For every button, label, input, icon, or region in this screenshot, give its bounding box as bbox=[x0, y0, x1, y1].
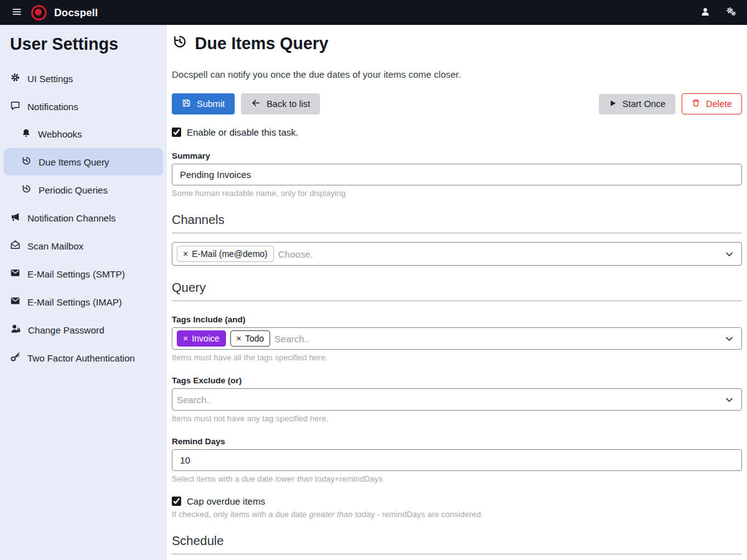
remove-chip-icon[interactable]: × bbox=[237, 334, 242, 343]
sidebar-item-label: E-Mail Settings (SMTP) bbox=[27, 269, 125, 279]
remind-days-help: Select items with a due date lower than … bbox=[172, 474, 742, 483]
comment-icon bbox=[10, 100, 21, 113]
delete-button-label: Delete bbox=[706, 99, 732, 109]
history-icon bbox=[21, 184, 32, 196]
page-title-text: Due Items Query bbox=[195, 34, 329, 54]
start-once-label: Start Once bbox=[622, 99, 665, 109]
channels-heading: Channels bbox=[172, 213, 742, 233]
remove-chip-icon[interactable]: × bbox=[183, 250, 188, 258]
sidebar-item-label: Scan Mailbox bbox=[27, 241, 83, 251]
sidebar-title: User Settings bbox=[0, 30, 167, 64]
tags-exclude-select[interactable]: Search.. bbox=[172, 388, 742, 411]
hamburger-menu-button[interactable] bbox=[10, 6, 24, 20]
summary-help: Some human readable name, only for displ… bbox=[172, 189, 742, 198]
bell-icon bbox=[21, 128, 31, 140]
cap-overdue-label: Cap overdue items bbox=[187, 496, 265, 506]
start-once-button[interactable]: Start Once bbox=[599, 94, 675, 114]
sidebar-item-change-password[interactable]: Change Password bbox=[4, 316, 163, 343]
chevron-down-icon bbox=[725, 395, 734, 404]
hamburger-icon bbox=[11, 7, 22, 19]
tags-include-select[interactable]: × Invoice × Todo Search.. bbox=[172, 327, 742, 350]
remind-days-label: Remind Days bbox=[172, 437, 742, 446]
enable-task-row: Enable or disable this task. bbox=[172, 127, 742, 138]
user-menu-button[interactable] bbox=[700, 7, 710, 19]
tags-include-label: Tags Include (and) bbox=[172, 315, 742, 324]
sidebar-item-label: Two Factor Authentication bbox=[27, 353, 135, 363]
sidebar-item-scan-mailbox[interactable]: Scan Mailbox bbox=[4, 232, 163, 259]
sidebar-item-notifications[interactable]: Notifications bbox=[4, 93, 163, 120]
help-text: today - remindDays are considered. bbox=[353, 510, 484, 519]
trash-icon bbox=[692, 98, 700, 110]
sidebar-item-webhooks[interactable]: Webhooks bbox=[4, 121, 163, 147]
cap-overdue-row: Cap overdue items bbox=[172, 496, 742, 506]
delete-button[interactable]: Delete bbox=[682, 93, 742, 114]
summary-input[interactable] bbox=[172, 164, 742, 185]
help-text: today+remindDays bbox=[312, 474, 382, 483]
save-icon bbox=[182, 98, 191, 110]
sidebar-item-label: Change Password bbox=[28, 325, 105, 335]
tags-include-placeholder: Search.. bbox=[275, 334, 309, 344]
action-bar: Submit Back to list Start Once Delete bbox=[172, 93, 742, 114]
tag-chip-invoice: × Invoice bbox=[177, 330, 226, 347]
tags-include-help: Items must have all the tags specified h… bbox=[172, 353, 742, 362]
sidebar-item-notification-channels[interactable]: Notification Channels bbox=[4, 204, 163, 231]
chevron-down-icon bbox=[725, 334, 734, 343]
gear-icon bbox=[10, 72, 21, 85]
app-name[interactable]: Docspell bbox=[54, 7, 98, 19]
cogs-icon bbox=[725, 6, 737, 19]
sidebar-item-label: Periodic Queries bbox=[39, 185, 108, 195]
help-text: If checked, only items with a due date bbox=[172, 510, 309, 519]
envelope-open-icon bbox=[10, 240, 21, 252]
sidebar-item-periodic-queries[interactable]: Periodic Queries bbox=[4, 176, 163, 203]
sidebar-item-due-items-query[interactable]: Due Items Query bbox=[4, 148, 163, 175]
settings-menu-button[interactable] bbox=[725, 6, 737, 19]
sidebar-item-two-factor[interactable]: Two Factor Authentication bbox=[4, 344, 163, 371]
tags-exclude-placeholder: Search.. bbox=[177, 394, 212, 405]
docspell-logo-icon[interactable] bbox=[31, 5, 47, 21]
envelope-icon bbox=[10, 296, 21, 308]
history-icon bbox=[172, 34, 188, 54]
sidebar-item-label: Webhooks bbox=[38, 129, 82, 139]
sidebar-item-ui-settings[interactable]: UI Settings bbox=[4, 65, 163, 92]
cap-overdue-checkbox[interactable] bbox=[172, 497, 181, 506]
remind-days-input[interactable] bbox=[172, 449, 742, 471]
arrow-left-icon bbox=[251, 98, 261, 110]
schedule-heading: Schedule bbox=[172, 534, 742, 554]
user-lock-icon bbox=[10, 324, 21, 336]
submit-button-label: Submit bbox=[197, 99, 225, 109]
back-to-list-label: Back to list bbox=[266, 99, 310, 109]
key-icon bbox=[10, 352, 21, 364]
due-items-query-page: Due Items Query Docspell can notify you … bbox=[167, 25, 747, 560]
tag-chip-label: Todo bbox=[245, 334, 264, 343]
query-heading: Query bbox=[172, 281, 742, 301]
page-intro: Docspell can notify you once the due dat… bbox=[172, 69, 742, 80]
back-to-list-button[interactable]: Back to list bbox=[241, 93, 320, 114]
sidebar-item-label: Notification Channels bbox=[27, 213, 116, 223]
channels-select[interactable]: × E-Mail (me@demo) Choose. bbox=[172, 242, 742, 266]
enable-task-label: Enable or disable this task. bbox=[187, 127, 298, 138]
topbar: Docspell bbox=[0, 0, 747, 25]
user-icon bbox=[700, 7, 710, 19]
sidebar-item-label: UI Settings bbox=[27, 73, 73, 84]
tag-chip-todo: × Todo bbox=[230, 330, 271, 347]
help-text-em: greater than bbox=[309, 510, 352, 519]
submit-button[interactable]: Submit bbox=[172, 93, 235, 114]
help-text: Select items with a due date bbox=[172, 474, 275, 483]
sidebar-item-email-smtp[interactable]: E-Mail Settings (SMTP) bbox=[4, 260, 163, 287]
envelope-icon bbox=[10, 268, 21, 280]
sidebar-item-email-imap[interactable]: E-Mail Settings (IMAP) bbox=[4, 288, 163, 315]
play-icon bbox=[609, 99, 617, 110]
history-icon bbox=[21, 156, 32, 168]
enable-task-checkbox[interactable] bbox=[172, 128, 181, 137]
channel-chip-label: E-Mail (me@demo) bbox=[192, 249, 268, 259]
chevron-down-icon bbox=[725, 250, 734, 259]
topbar-right bbox=[700, 6, 737, 19]
bullhorn-icon bbox=[10, 212, 21, 224]
tag-chip-label: Invoice bbox=[192, 334, 219, 343]
sidebar-item-label: Notifications bbox=[27, 101, 78, 112]
remove-chip-icon[interactable]: × bbox=[183, 334, 188, 343]
channel-chip: × E-Mail (me@demo) bbox=[177, 246, 274, 262]
cap-overdue-help: If checked, only items with a due date g… bbox=[172, 510, 742, 519]
sidebar-item-label: E-Mail Settings (IMAP) bbox=[27, 297, 122, 307]
user-settings-sidebar: User Settings UI Settings Notifications … bbox=[0, 25, 167, 560]
